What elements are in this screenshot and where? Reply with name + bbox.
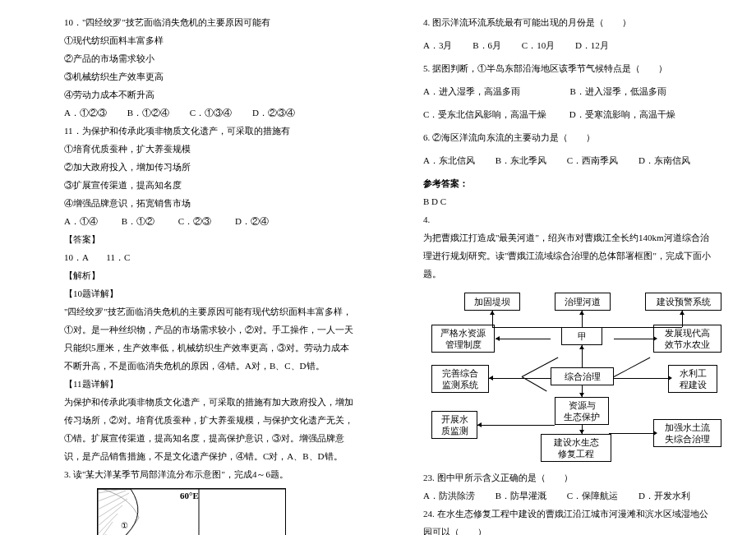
q10-opt-2: ②产品的市场需求较小 [64, 49, 357, 67]
q11-opt-4: ④增强品牌意识，拓宽销售市场 [64, 194, 357, 212]
box-shuitu: 加强水土流 失综合治理 [653, 419, 721, 447]
q11-opt-3: ③扩展宣传渠道，提高知名度 [64, 176, 357, 194]
q11-stem: 11．为保护和传承此项非物质文化遗产，可采取的措施有 [64, 122, 357, 140]
jiexi10-text: "四经绞罗"技艺面临消失危机的主要原因可能有现代纺织面料丰富多样，①对。是一种丝… [64, 302, 357, 375]
q5-stem: 5. 据图判断，①半岛东部沿海地区该季节气候特点是（ ） [423, 59, 717, 77]
q10-opt-1: ①现代纺织面料丰富多样 [64, 31, 357, 49]
q6-stem: 6. ②海区洋流向东流的主要动力是（ ） [423, 128, 717, 146]
q11-choice-a: A．①④ [64, 216, 98, 226]
q10-opt-4: ④劳动力成本不断升高 [64, 85, 357, 104]
jiexi11-head: 【11题详解】 [64, 375, 357, 393]
q23-choice-d: D．开发水利 [638, 491, 690, 500]
q5-choices-r1: A．进入湿季，高温多雨 B．进入湿季，低温多雨 [423, 82, 717, 100]
ref-answer-text: B D C [423, 192, 717, 210]
q10-choice-d: D．②③④ [252, 108, 295, 118]
right-column: 4. 图示洋流环流系统最有可能出现的月份是（ ） A．3月 B．6月 C．10月… [423, 13, 717, 522]
box-jia: 甲 [561, 327, 602, 345]
group4-num: 4. [423, 210, 717, 228]
map-svg: 60°E ① ② 南 赤 道 暖 流 [98, 489, 285, 535]
q5-choice-d: D．受寒流影响，高温干燥 [569, 109, 675, 119]
ocean-current-map: 60°E ① ② 南 赤 道 暖 流 [97, 488, 286, 535]
box-ziyuan: 资源与 生态保护 [555, 397, 609, 425]
left-column: 10．"四经绞罗"技艺面临消失危机的主要原因可能有 ①现代纺织面料丰富多样 ②产… [64, 13, 357, 522]
q11-choice-b: B．①② [122, 216, 154, 226]
q4-choice-d: D．12月 [575, 40, 609, 50]
q5-choice-c: C．受东北信风影响，高温干燥 [423, 109, 546, 119]
q23-choice-c: C．保障航运 [567, 491, 618, 500]
box-shuizhi: 开展水 质监测 [431, 411, 477, 439]
group4-para: 为把曹娥江打造成"最美河道"，绍兴市对曹娥江全长约140km河道综合治理进行规划… [423, 228, 717, 283]
box-jiance: 完善综合 监测系统 [431, 365, 489, 393]
q10-choice-a: A．①②③ [64, 108, 107, 118]
q10-choice-c: C．①③④ [190, 108, 232, 118]
box-shuili: 水利工 程建设 [668, 365, 717, 393]
q23-choices: A．防洪除涝 B．防旱灌溉 C．保障航运 D．开发水利 [423, 487, 717, 505]
jiexi11-text: 为保护和传承此项非物质文化遗产，可采取的措施有加大政府投入，增加传习场所，②对。… [64, 393, 357, 465]
q23-choice-b: B．防旱灌溉 [496, 491, 546, 500]
q6-choice-a: A．东北信风 [423, 155, 475, 165]
q10-opt-3: ③机械纺织生产效率更高 [64, 67, 357, 85]
q11-opt-2: ②加大政府投入，增加传习场所 [64, 158, 357, 176]
q3-stem: 3. 读"某大洋某季节局部洋流分布示意图"，完成4～6题。 [64, 465, 357, 483]
governance-diagram: 加固堤坝 治理河道 建设预警系统 严格水资源 管理制度 甲 发展现代高 效节水农… [423, 288, 727, 468]
q5-choices-r2: C．受东北信风影响，高温干燥 D．受寒流影响，高温干燥 [423, 105, 717, 123]
q4-choice-b: B．6月 [472, 40, 501, 50]
box-jiagudiba: 加固堤坝 [464, 293, 520, 311]
q4-choices: A．3月 B．6月 C．10月 D．12月 [423, 36, 717, 54]
q6-choice-b: B．东北季风 [496, 155, 546, 165]
jiexi-heading: 【解析】 [64, 266, 357, 284]
box-zhilihedao: 治理河道 [555, 293, 611, 311]
box-nongye: 发展现代高 效节水农业 [653, 325, 721, 353]
q10-choices: A．①②③ B．①②④ C．①③④ D．②③④ [64, 104, 357, 122]
jiexi10-head: 【10题详解】 [64, 284, 357, 302]
q5-choice-b: B．进入湿季，低温多雨 [569, 86, 666, 96]
flowchart-figure: 加固堤坝 治理河道 建设预警系统 严格水资源 管理制度 甲 发展现代高 效节水农… [423, 288, 717, 468]
q23-choice-a: A．防洪除涝 [423, 491, 475, 500]
map-mark-1: ① [121, 521, 128, 530]
q4-choice-a: A．3月 [423, 40, 452, 50]
q23-stem: 23. 图中甲所示含义正确的是（ ） [423, 468, 717, 487]
q4-choice-c: C．10月 [522, 40, 555, 50]
q6-choice-c: C．西南季风 [567, 155, 618, 165]
map-lon-label: 60°E [180, 491, 199, 500]
q11-opt-1: ①培育优质蚕种，扩大养蚕规模 [64, 140, 357, 158]
box-zonghe: 综合治理 [551, 367, 614, 385]
answer-heading: 【答案】 [64, 230, 357, 248]
map-figure: 60°E ① ② 南 赤 道 暖 流 [64, 488, 357, 535]
box-xiufu: 建设水生态 修复工程 [541, 434, 611, 462]
q24-stem: 24. 在水生态修复工程中建设的曹娥江沿江城市河漫滩和滨水区域湿地公园可以（ ） [423, 505, 717, 535]
q6-choice-d: D．东南信风 [638, 155, 690, 165]
answer-text: 10．A 11．C [64, 248, 357, 266]
box-yujing: 建设预警系统 [645, 293, 721, 311]
q11-choice-d: D．②④ [235, 216, 269, 226]
q5-choice-a: A．进入湿季，高温多雨 [423, 86, 520, 96]
q6-choices: A．东北信风 B．东北季风 C．西南季风 D．东南信风 [423, 151, 717, 169]
ref-answer-heading: 参考答案： [423, 174, 717, 192]
box-guanli: 严格水资源 管理制度 [431, 325, 495, 353]
q10-stem: 10．"四经绞罗"技艺面临消失危机的主要原因可能有 [64, 13, 357, 31]
q10-choice-b: B．①②④ [127, 108, 169, 118]
q11-choice-c: C．②③ [178, 216, 211, 226]
q4-stem: 4. 图示洋流环流系统最有可能出现的月份是（ ） [423, 13, 717, 31]
q11-choices: A．①④ B．①② C．②③ D．②④ [64, 212, 357, 230]
